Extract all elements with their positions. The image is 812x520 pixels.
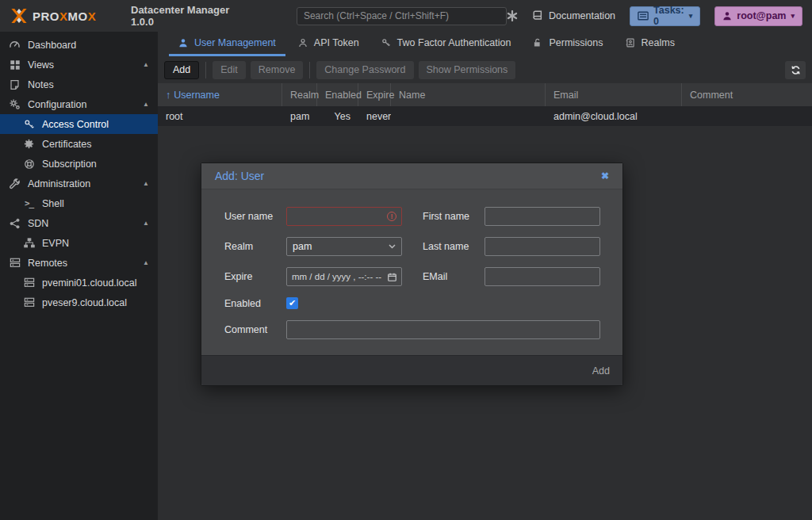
refresh-button[interactable] [785, 61, 806, 79]
key-icon [381, 38, 391, 48]
key-icon [23, 118, 35, 130]
username-field-wrap: ! [286, 207, 402, 226]
username-label: User name [224, 211, 286, 222]
email-field[interactable] [485, 267, 600, 286]
sidebar-item-access-control[interactable]: Access Control [0, 114, 158, 134]
column-header-enabled[interactable]: Enabled [317, 83, 358, 106]
sidebar-item-evpn[interactable]: EVPN [0, 233, 158, 253]
cell-enabled: Yes [317, 111, 358, 122]
cell-expire: never [358, 111, 391, 122]
column-header-realm[interactable]: Realm [282, 83, 317, 106]
server-icon [23, 277, 35, 289]
topbar: PROXMOX Datacenter Manager 1.0.0 Documen… [0, 0, 812, 32]
email-label: EMail [423, 271, 485, 282]
documentation-link[interactable]: Documentation [532, 10, 615, 21]
sidebar-item-notes[interactable]: Notes [0, 75, 158, 94]
theme-icon[interactable] [507, 10, 518, 21]
edit-button[interactable]: Edit [213, 61, 246, 79]
search-input[interactable] [297, 7, 507, 25]
column-header-comment[interactable]: Comment [682, 83, 812, 106]
life-ring-icon [23, 158, 35, 170]
comment-field[interactable] [286, 320, 600, 339]
grid-icon [9, 59, 21, 71]
error-icon: ! [387, 212, 396, 221]
dialog-title: Add: User [215, 170, 264, 182]
comment-label: Comment [224, 324, 286, 335]
sidebar-item-views[interactable]: Views ▲ [0, 55, 158, 75]
enabled-label: Enabled [224, 298, 286, 309]
book-icon [532, 10, 543, 21]
note-icon [9, 78, 21, 90]
sidebar-item-sdn[interactable]: SDN ▲ [0, 213, 158, 233]
user-outline-icon [298, 38, 308, 48]
dialog-add-button[interactable]: Add [592, 365, 610, 377]
show-permissions-button[interactable]: Show Permissions [419, 61, 516, 79]
toolbar: Add Edit Remove Change Password Show Per… [158, 56, 812, 83]
column-header-expire[interactable]: Expire [358, 83, 391, 106]
user-menu-button[interactable]: root@pam ▾ [714, 6, 802, 26]
proxmox-logo-icon [10, 7, 28, 25]
close-icon[interactable]: ✖ [601, 170, 609, 182]
sidebar-item-remotes[interactable]: Remotes ▲ [0, 253, 158, 273]
enabled-checkbox[interactable]: ✔ [286, 297, 298, 309]
collapse-arrow-icon[interactable]: ▲ [143, 61, 149, 68]
server-icon [23, 296, 35, 308]
topbar-actions: Documentation Tasks: 0 ▾ root [507, 6, 802, 26]
username-field[interactable] [286, 207, 402, 226]
gears-icon [9, 98, 21, 110]
address-book-icon [626, 38, 635, 48]
sitemap-icon [23, 237, 35, 249]
sidebar-item-dashboard[interactable]: Dashboard [0, 35, 158, 55]
sidebar-item-configuration[interactable]: Configuration ▲ [0, 94, 158, 114]
column-header-username[interactable]: ↑ Username [158, 83, 282, 106]
app-title: Datacenter Manager 1.0.0 [131, 4, 244, 28]
wrench-icon [9, 178, 21, 189]
sidebar-item-remote-pveser9[interactable]: pveser9.cloud.local [0, 292, 158, 312]
column-header-name[interactable]: Name [391, 83, 546, 106]
sidebar-item-shell[interactable]: >_ Shell [0, 193, 158, 213]
server-icon [9, 257, 21, 269]
realm-select[interactable]: pam [286, 237, 402, 256]
last-name-label: Last name [423, 241, 485, 252]
collapse-arrow-icon[interactable]: ▲ [143, 101, 149, 108]
table-row[interactable]: root pam Yes never admin@cloud.local [158, 106, 812, 127]
person-icon [722, 11, 732, 21]
certificate-icon [23, 138, 35, 150]
tab-user-management[interactable]: User Management [169, 32, 285, 56]
collapse-arrow-icon[interactable]: ▲ [143, 220, 149, 227]
user-icon [178, 38, 188, 48]
collapse-arrow-icon[interactable]: ▲ [143, 259, 149, 266]
table-header: ↑ Username Realm Enabled Expire Name Ema… [158, 83, 812, 106]
unlock-icon [533, 38, 542, 48]
column-header-email[interactable]: Email [546, 83, 682, 106]
tab-api-token[interactable]: API Token [289, 32, 369, 56]
tab-bar: User Management API Token [158, 32, 812, 56]
remove-button[interactable]: Remove [251, 61, 304, 79]
task-list-icon [638, 11, 649, 21]
expire-date-field[interactable]: mm / dd / yyyy , --:-- -- [286, 267, 402, 286]
calendar-icon[interactable] [388, 273, 396, 281]
tab-permissions[interactable]: Permissions [523, 32, 612, 56]
sidebar-item-subscription[interactable]: Subscription [0, 154, 158, 174]
first-name-field[interactable] [485, 207, 600, 226]
sidebar-item-administration[interactable]: Administration ▲ [0, 174, 158, 193]
chevron-down-icon: ▾ [791, 13, 795, 20]
sidebar-item-remote-pvemini01[interactable]: pvemini01.cloud.local [0, 273, 158, 292]
dialog-header: Add: User ✖ [201, 163, 622, 189]
tab-two-factor-authentication[interactable]: Two Factor Authentication [372, 32, 521, 56]
brand-wordmark: PROXMOX [33, 10, 96, 23]
sidebar-item-certificates[interactable]: Certificates [0, 134, 158, 154]
toolbar-separator [205, 62, 206, 78]
collapse-arrow-icon[interactable]: ▲ [143, 180, 149, 187]
change-password-button[interactable]: Change Password [316, 61, 413, 79]
app-root: PROXMOX Datacenter Manager 1.0.0 Documen… [0, 0, 812, 520]
cell-email: admin@cloud.local [546, 111, 682, 122]
first-name-label: First name [423, 211, 485, 222]
add-button[interactable]: Add [164, 61, 199, 79]
tasks-button[interactable]: Tasks: 0 ▾ [630, 6, 700, 26]
proxmox-brand: PROXMOX [10, 7, 123, 25]
last-name-field[interactable] [485, 237, 600, 256]
tab-realms[interactable]: Realms [616, 32, 684, 56]
cell-realm: pam [282, 111, 317, 122]
expire-label: Expire [224, 271, 286, 282]
